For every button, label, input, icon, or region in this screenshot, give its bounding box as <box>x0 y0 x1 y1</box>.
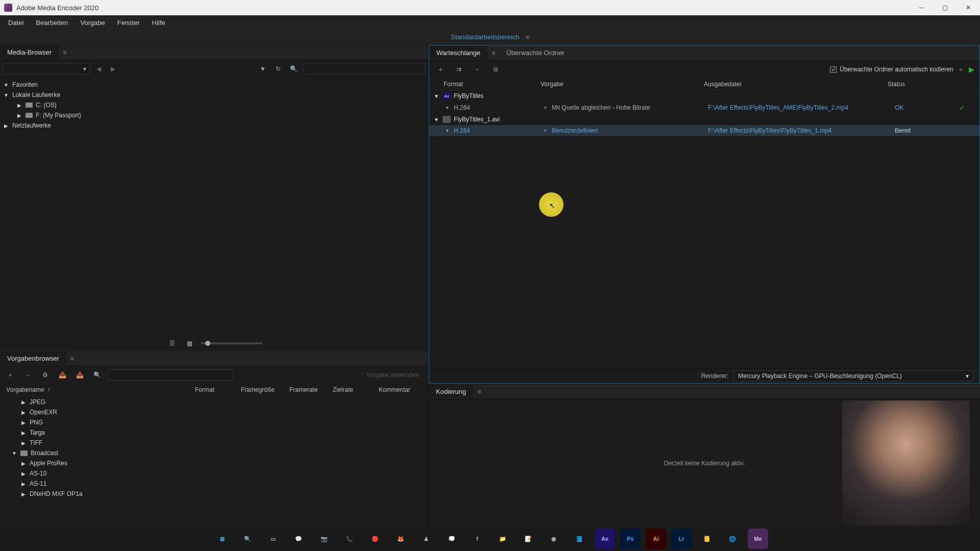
close-button[interactable]: ✕ <box>957 0 980 15</box>
preset-dropdown-icon[interactable]: ▾ <box>542 128 549 133</box>
workspace-name[interactable]: Standardarbeitsbereich <box>451 33 519 41</box>
preset-dropdown-icon[interactable]: ▾ <box>542 105 549 110</box>
tab-preset-browser[interactable]: Vorgabenbrowser <box>0 352 66 365</box>
taskbar-explorer[interactable]: 📁 <box>493 529 513 549</box>
preset-search-icon[interactable]: 🔍 <box>91 369 103 381</box>
menu-file[interactable]: Datei <box>3 17 29 29</box>
start-queue-button[interactable]: ▶ <box>969 65 974 73</box>
renderer-dropdown[interactable]: Mercury Playback Engine – GPU-Beschleuni… <box>733 370 973 382</box>
taskbar-editor[interactable]: 📘 <box>569 529 590 549</box>
taskbar-teams[interactable]: 💬 <box>288 529 309 549</box>
remove-icon[interactable]: － <box>471 63 483 76</box>
taskbar-whatsapp[interactable]: 📞 <box>339 529 360 549</box>
taskbar-facebook[interactable]: f <box>467 529 487 549</box>
view-list-icon[interactable]: ☰ <box>166 337 179 349</box>
minimize-button[interactable]: ─ <box>910 0 933 15</box>
drive-icon <box>26 103 33 108</box>
taskbar-photoshop[interactable]: Ps <box>620 529 641 549</box>
queue-menu-icon[interactable]: ≡ <box>487 49 499 57</box>
taskbar-media-encoder[interactable]: Me <box>748 529 768 549</box>
app-icon <box>4 4 12 12</box>
queue-row[interactable]: ▾ H.264 ▾ Mit Quelle abgleichen - Hohe B… <box>429 102 979 114</box>
tab-media-browser[interactable]: Media-Browser <box>0 45 59 59</box>
search-icon[interactable]: 🔍 <box>287 63 300 75</box>
preset-jpeg[interactable]: JPEG <box>0 397 428 407</box>
tree-network-drives[interactable]: Netzlaufwerke <box>0 120 130 131</box>
add-output-icon[interactable]: ⇉ <box>453 63 465 76</box>
taskbar-obs[interactable]: ◉ <box>544 529 564 549</box>
auto-encode-checkbox[interactable]: ✓ Überwachte Ordner automatisch kodieren <box>830 66 953 73</box>
taskbar-after-effects[interactable]: Ae <box>595 529 615 549</box>
add-preset-icon[interactable]: ＋ <box>4 369 16 381</box>
tab-encoding[interactable]: Kodierung <box>429 385 473 398</box>
preset-apple-prores[interactable]: Apple ProRes <box>0 458 428 468</box>
path-dropdown[interactable]: ▾ <box>3 63 90 74</box>
taskbar-illustrator[interactable]: Ai <box>646 529 666 549</box>
add-source-icon[interactable]: ＋ <box>434 63 447 76</box>
queue-row[interactable]: ▾ H.264 ▾ Benutzerdefiniert F:\After Eff… <box>429 125 979 136</box>
preset-browser-menu-icon[interactable]: ≡ <box>66 355 78 362</box>
taskbar-messenger[interactable]: 💭 <box>442 529 462 549</box>
media-browser-menu-icon[interactable]: ≡ <box>59 49 70 56</box>
taskbar-taskview[interactable]: ▭ <box>263 529 283 549</box>
tree-drive-c[interactable]: C: (OS) <box>0 100 130 110</box>
taskbar-notes[interactable]: 📝 <box>518 529 538 549</box>
duplicate-icon[interactable]: ⧉ <box>489 63 502 76</box>
export-preset-icon[interactable]: 📤 <box>74 369 86 381</box>
apply-preset-button: Vorgabe anwenden <box>361 369 424 381</box>
taskbar-windows[interactable]: ⊞ <box>212 529 232 549</box>
remove-preset-icon[interactable]: － <box>21 369 34 381</box>
import-preset-icon[interactable]: 📥 <box>56 369 68 381</box>
maximize-button[interactable]: ▢ <box>933 0 957 15</box>
tree-local-drives[interactable]: Lokale Laufwerke <box>0 90 130 100</box>
media-preview <box>130 78 428 336</box>
tree-favorites[interactable]: Favoriten <box>0 80 130 90</box>
menu-help[interactable]: Hilfe <box>147 17 170 29</box>
chevron-down-icon[interactable]: ▾ <box>444 105 451 110</box>
nav-back-icon[interactable]: ◀ <box>93 63 104 74</box>
preset-openexr[interactable]: OpenEXR <box>0 407 428 417</box>
nav-forward-icon[interactable]: ▶ <box>107 63 118 74</box>
queue-group-ae[interactable]: Ae FlyByTitles <box>429 90 979 102</box>
media-tree: Favoriten Lokale Laufwerke C: (OS) F: (M… <box>0 78 130 336</box>
view-grid-icon[interactable]: ▦ <box>184 337 196 349</box>
preset-targa[interactable]: Targa <box>0 428 428 438</box>
menu-preset[interactable]: Vorgabe <box>75 17 110 29</box>
menu-window[interactable]: Fenster <box>112 17 145 29</box>
refresh-icon[interactable]: ↻ <box>272 63 284 75</box>
taskbar-cam[interactable]: 📷 <box>314 529 334 549</box>
preset-tree: JPEG OpenEXR PNG Targa TIFF Broadcast Ap… <box>0 396 428 527</box>
media-search-input[interactable] <box>303 63 425 74</box>
queue-group-avi[interactable]: FlyByTitles_1.avi <box>429 114 979 125</box>
stop-queue-button[interactable]: ■ <box>959 66 963 72</box>
thumbnail-size-slider[interactable] <box>201 342 262 344</box>
chevron-down-icon[interactable]: ▾ <box>444 128 451 133</box>
preset-as10[interactable]: AS-10 <box>0 468 428 479</box>
filter-icon[interactable]: ▼ <box>257 63 269 75</box>
menubar: Datei Bearbeiten Vorgabe Fenster Hilfe <box>0 15 980 30</box>
taskbar-edge[interactable]: 🌐 <box>722 529 743 549</box>
taskbar-search[interactable]: 🔍 <box>237 529 258 549</box>
tree-drive-f[interactable]: F: (My Passport) <box>0 110 130 120</box>
preset-settings-icon[interactable]: ⚙ <box>39 369 51 381</box>
preset-as11[interactable]: AS-11 <box>0 479 428 489</box>
preset-png[interactable]: PNG <box>0 417 428 428</box>
taskbar-lightroom[interactable]: Lr <box>671 529 692 549</box>
webcam-overlay <box>842 400 970 525</box>
taskbar-app2[interactable]: 📒 <box>697 529 717 549</box>
folder-icon <box>20 450 28 456</box>
workspace-menu-icon[interactable]: ≡ <box>526 34 529 41</box>
encoding-menu-icon[interactable]: ≡ <box>473 388 485 395</box>
taskbar-firefox[interactable]: 🦊 <box>390 529 411 549</box>
taskbar-app1[interactable]: ♟ <box>416 529 436 549</box>
sort-asc-icon: ↑ <box>47 386 51 393</box>
menu-edit[interactable]: Bearbeiten <box>31 17 73 29</box>
cursor-icon: ↖ <box>549 202 555 210</box>
tab-queue[interactable]: Warteschlange <box>429 46 487 60</box>
preset-dnxhd[interactable]: DNxHD MXF OP1a <box>0 489 428 499</box>
preset-search-input[interactable] <box>108 369 233 381</box>
taskbar-opera[interactable]: 🔴 <box>365 529 385 549</box>
preset-group-broadcast[interactable]: Broadcast <box>0 448 428 458</box>
preset-tiff[interactable]: TIFF <box>0 438 428 448</box>
tab-watch-folders[interactable]: Überwachte Ordner <box>499 46 571 60</box>
